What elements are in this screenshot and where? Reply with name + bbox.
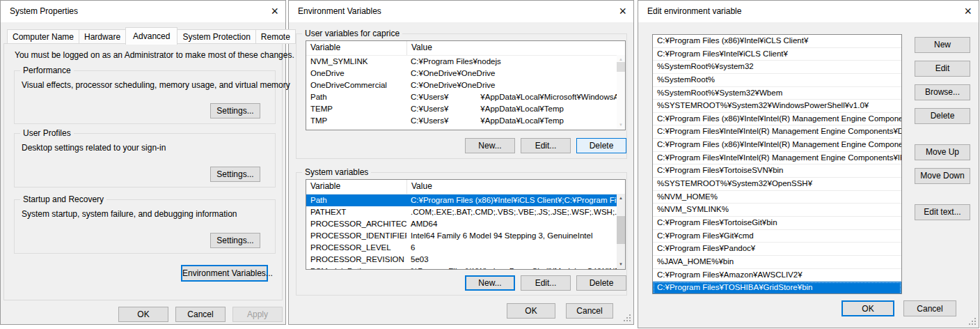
cancel-button[interactable]: Cancel xyxy=(566,303,613,319)
variable-row[interactable]: PSModulePath%ProgramFiles%¥WindowsPowerS… xyxy=(306,266,625,270)
environment-variables-button[interactable]: Environment Variables... xyxy=(181,265,268,282)
ok-button[interactable]: OK xyxy=(841,300,894,316)
scroll-up-icon[interactable]: ▲ xyxy=(617,194,625,203)
table-header: Variable Value xyxy=(306,180,625,194)
variable-row[interactable]: TEMPC:¥Users¥ ¥AppData¥Local¥Temp xyxy=(306,103,625,115)
path-list-item[interactable]: %NVM_HOME% xyxy=(653,191,901,204)
system-variables-table: Variable Value PathC:¥Program Files (x86… xyxy=(306,179,626,270)
group-label: Startup and Recovery xyxy=(20,194,106,204)
variable-name-cell: Path xyxy=(306,91,406,103)
user-profiles-settings-button[interactable]: Settings... xyxy=(210,167,260,182)
titlebar[interactable]: Edit environment variable × xyxy=(638,1,979,22)
path-list-item[interactable]: %SystemRoot% xyxy=(653,74,901,87)
path-list-item[interactable]: %NVM_SYMLINK% xyxy=(653,204,901,217)
titlebar[interactable]: System Properties × xyxy=(1,1,285,22)
new-button[interactable]: New xyxy=(915,37,970,53)
path-list-item[interactable]: C:¥Program Files¥TOSHIBA¥GridStore¥bin xyxy=(653,282,901,294)
variable-value-cell: C:¥Users¥ ¥AppData¥Local¥Temp xyxy=(406,115,625,127)
path-list-item[interactable]: C:¥Program Files¥Intel¥Intel(R) Manageme… xyxy=(653,152,901,165)
tab-computer-name[interactable]: Computer Name xyxy=(7,29,79,44)
apply-button: Apply xyxy=(232,307,283,322)
resize-grip[interactable] xyxy=(974,323,976,325)
close-icon[interactable]: × xyxy=(619,3,626,19)
variable-row[interactable]: PROCESSOR_IDENTIFIERIntel64 Family 6 Mod… xyxy=(306,230,625,242)
variable-row[interactable]: PathC:¥Users¥ ¥AppData¥Local¥Microsoft¥W… xyxy=(306,91,625,103)
path-list-item[interactable]: C:¥Program Files¥Amazon¥AWSCLIV2¥ xyxy=(653,269,901,282)
variable-row[interactable]: PathC:¥Program Files (x86)¥Intel¥iCLS Cl… xyxy=(306,194,625,206)
variable-value-cell: C:¥Users¥ ¥AppData¥Local¥Temp xyxy=(406,103,625,115)
ok-button[interactable]: OK xyxy=(507,303,555,319)
close-icon[interactable]: × xyxy=(271,3,278,19)
variable-row[interactable]: TMPC:¥Users¥ ¥AppData¥Local¥Temp xyxy=(306,115,625,127)
variable-row[interactable]: PROCESSOR_REVISION5e03 xyxy=(306,254,625,266)
group-description: Visual effects, processor scheduling, me… xyxy=(22,80,290,90)
path-list-item[interactable]: C:¥Program Files (x86)¥Intel¥Intel(R) Ma… xyxy=(653,113,901,126)
tab-system-protection[interactable]: System Protection xyxy=(177,29,255,44)
group-description: System startup, system failure, and debu… xyxy=(22,209,237,219)
close-icon[interactable]: × xyxy=(964,3,972,19)
variable-row[interactable]: PROCESSOR_LEVEL6 xyxy=(306,242,625,254)
user-delete-button[interactable]: Delete xyxy=(576,138,626,153)
system-delete-button[interactable]: Delete xyxy=(576,275,626,291)
scrollbar-thumb[interactable] xyxy=(617,216,625,244)
resize-grip[interactable] xyxy=(629,320,631,321)
tab-remote[interactable]: Remote xyxy=(255,29,296,44)
scrollbar-thumb[interactable] xyxy=(617,62,625,72)
tab-advanced[interactable]: Advanced xyxy=(125,27,177,45)
path-list-item[interactable]: C:¥Program Files¥Git¥cmd xyxy=(653,230,901,243)
variable-value-cell: C:¥OneDrive¥OneDrive xyxy=(406,68,625,79)
system-properties-dialog: System Properties × Computer NameHardwar… xyxy=(0,0,286,325)
column-header-variable[interactable]: Variable xyxy=(306,41,406,55)
browse-button[interactable]: Browse... xyxy=(915,84,970,100)
variable-row[interactable]: NVM_SYMLINKC:¥Program Files¥nodejs xyxy=(306,56,625,68)
variable-row[interactable]: PROCESSOR_ARCHITECTUREAMD64 xyxy=(306,218,625,230)
group-label: User variables for caprice xyxy=(302,29,402,38)
path-list-item[interactable]: %SystemRoot%¥system32 xyxy=(653,61,901,74)
variable-row[interactable]: OneDriveCommercialC:¥OneDrive¥OneDrive xyxy=(306,79,625,91)
variable-name-cell: PSModulePath xyxy=(306,266,406,270)
variable-value-cell: .COM;.EXE;.BAT;.CMD;.VBS;.VBE;.JS;.JSE;.… xyxy=(406,206,625,218)
variable-row[interactable]: PATHEXT.COM;.EXE;.BAT;.CMD;.VBS;.VBE;.JS… xyxy=(306,206,625,218)
performance-group: Performance Visual effects, processor sc… xyxy=(14,70,276,124)
path-list-item[interactable]: C:¥Program Files (x86)¥Intel¥Intel(R) Ma… xyxy=(653,139,901,152)
startup-recovery-group: Startup and Recovery System startup, sys… xyxy=(14,199,276,254)
delete-button[interactable]: Delete xyxy=(915,108,970,124)
path-list-item[interactable]: %SYSTEMROOT%¥System32¥OpenSSH¥ xyxy=(653,178,901,191)
scrollbar[interactable]: ▲ ▼ xyxy=(617,55,625,130)
move-up-button[interactable]: Move Up xyxy=(915,144,970,160)
variable-name-cell: PROCESSOR_LEVEL xyxy=(306,242,406,254)
startup-recovery-settings-button[interactable]: Settings... xyxy=(210,233,260,248)
variable-name-cell: PROCESSOR_REVISION xyxy=(306,254,406,266)
tab-hardware[interactable]: Hardware xyxy=(79,29,126,44)
variable-name-cell: TEMP xyxy=(306,103,406,115)
path-list-item[interactable]: %SystemRoot%¥System32¥Wbem xyxy=(653,87,901,100)
path-list-item[interactable]: C:¥Program Files¥Intel¥Intel(R) Manageme… xyxy=(653,125,901,139)
system-edit-button[interactable]: Edit... xyxy=(521,275,571,291)
path-list-item[interactable]: C:¥Program Files¥Pandoc¥ xyxy=(653,243,901,256)
user-edit-button[interactable]: Edit... xyxy=(521,138,571,153)
performance-settings-button[interactable]: Settings... xyxy=(210,103,260,118)
path-list-item[interactable]: C:¥Program Files¥Intel¥iCLS Client¥ xyxy=(653,48,901,61)
edit-text-button[interactable]: Edit text... xyxy=(915,204,970,220)
path-list-item[interactable]: C:¥Program Files¥TortoiseSVN¥bin xyxy=(653,164,901,178)
move-down-button[interactable]: Move Down xyxy=(915,168,970,184)
system-new-button[interactable]: New... xyxy=(465,275,515,291)
ok-button[interactable]: OK xyxy=(118,307,168,322)
path-list-item[interactable]: %JAVA_HOME%¥bin xyxy=(653,256,901,269)
path-list-item[interactable]: C:¥Program Files¥TortoiseGit¥bin xyxy=(653,217,901,230)
cancel-button[interactable]: Cancel xyxy=(903,300,956,316)
scroll-down-icon[interactable]: ▼ xyxy=(617,121,625,130)
window-title: System Properties xyxy=(10,6,78,16)
path-list-item[interactable]: C:¥Program Files (x86)¥Intel¥iCLS Client… xyxy=(653,35,901,48)
column-header-value[interactable]: Value xyxy=(406,41,625,55)
cancel-button[interactable]: Cancel xyxy=(175,307,226,322)
scroll-down-icon[interactable]: ▼ xyxy=(617,260,625,269)
edit-button[interactable]: Edit xyxy=(915,61,970,77)
path-list-item[interactable]: %SYSTEMROOT%¥System32¥WindowsPowerShell¥… xyxy=(653,100,901,113)
variable-row[interactable]: OneDriveC:¥OneDrive¥OneDrive xyxy=(306,68,625,79)
column-header-value[interactable]: Value xyxy=(406,180,625,194)
column-header-variable[interactable]: Variable xyxy=(306,180,406,194)
user-new-button[interactable]: New... xyxy=(465,138,515,153)
scrollbar[interactable]: ▲ ▼ xyxy=(617,194,625,269)
titlebar[interactable]: Environment Variables × xyxy=(289,1,633,22)
